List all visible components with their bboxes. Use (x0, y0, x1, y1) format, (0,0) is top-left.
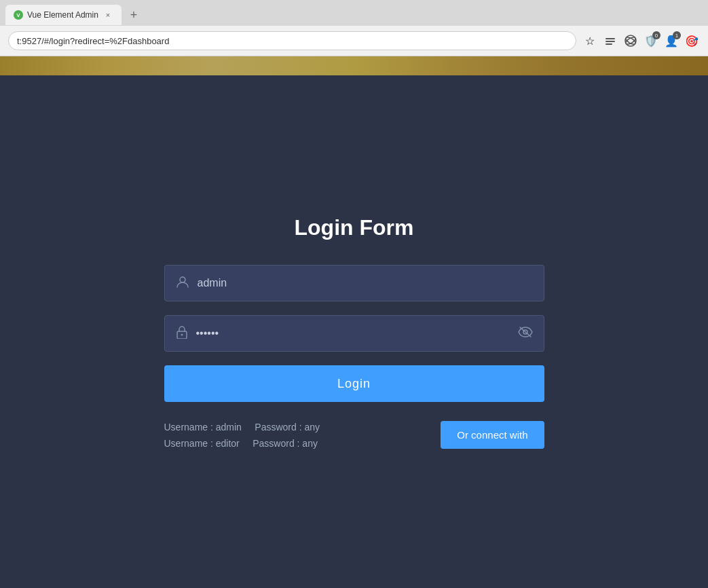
feedly-icon[interactable] (602, 33, 618, 49)
or-connect-button[interactable]: Or connect with (441, 421, 544, 449)
orbital-icon[interactable] (622, 33, 639, 49)
editor-password-label: Password : any (253, 438, 318, 449)
password-input[interactable] (196, 316, 518, 351)
password-input-group (164, 315, 544, 352)
eye-slash-icon[interactable] (518, 327, 533, 341)
admin-password-label: Password : any (255, 422, 320, 433)
login-button[interactable]: Login (164, 365, 544, 402)
star-icon[interactable]: ☆ (582, 33, 598, 49)
username-input[interactable] (198, 265, 533, 301)
bottom-section: Username : admin Password : any Username… (164, 421, 544, 449)
profile-icon[interactable]: 👤 1 (663, 33, 679, 49)
svg-rect-1 (605, 41, 615, 42)
lock-icon (176, 325, 188, 342)
address-input[interactable] (8, 31, 576, 50)
profile-badge: 1 (673, 31, 681, 39)
ghost-badge: 0 (652, 31, 660, 39)
address-bar: ☆ 🛡️ 0 👤 1 (0, 26, 708, 56)
main-content: Login Form (0, 75, 708, 588)
extension-icon[interactable]: 🎯 (684, 33, 700, 49)
active-tab[interactable]: V Vue Element Admin × (5, 5, 122, 25)
new-tab-button[interactable]: + (124, 5, 143, 24)
admin-username-label: Username : admin (164, 422, 242, 433)
tab-bar: V Vue Element Admin × + (0, 0, 708, 26)
tab-close-button[interactable]: × (103, 10, 113, 20)
svg-point-6 (180, 277, 185, 282)
credentials-info: Username : admin Password : any Username… (164, 422, 320, 449)
credential-row-editor: Username : editor Password : any (164, 438, 320, 449)
ghost-icon[interactable]: 🛡️ 0 (643, 33, 659, 49)
svg-rect-2 (605, 43, 612, 45)
editor-username-label: Username : editor (164, 438, 240, 449)
svg-point-8 (181, 333, 183, 335)
login-container: Login Form (164, 215, 544, 449)
browser-toolbar-icons: ☆ 🛡️ 0 👤 1 (582, 33, 700, 49)
user-icon (176, 275, 189, 292)
svg-rect-0 (605, 38, 615, 39)
tab-title: Vue Element Admin (27, 10, 98, 20)
credential-row-admin: Username : admin Password : any (164, 422, 320, 433)
browser-chrome: V Vue Element Admin × + ☆ (0, 0, 708, 56)
login-title: Login Form (295, 215, 414, 240)
username-input-group (164, 265, 544, 301)
tab-favicon: V (14, 10, 23, 20)
banner-strip (0, 56, 708, 75)
